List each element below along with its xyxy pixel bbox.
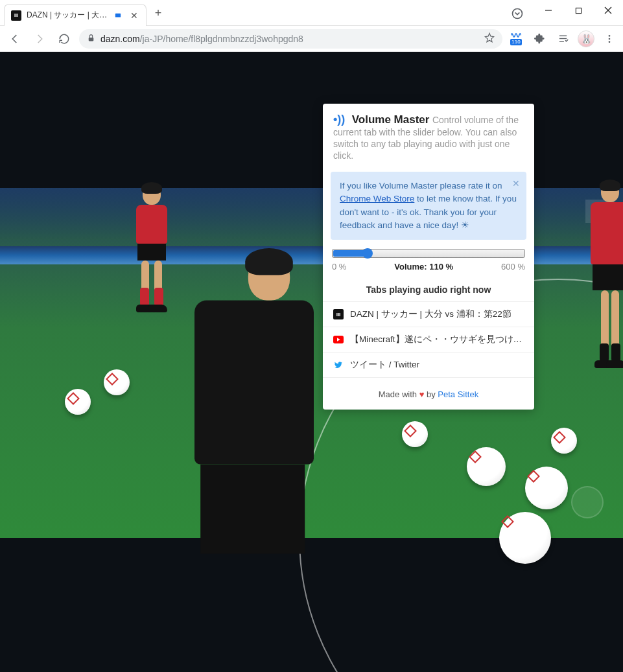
volume-slider[interactable] xyxy=(332,249,525,258)
popup-footer: Made with ♥ by Peta Sittek xyxy=(323,389,534,399)
jleague-watermark-icon xyxy=(571,486,604,518)
maximize-button[interactable] xyxy=(563,0,593,21)
close-notice-icon[interactable]: ✕ xyxy=(512,177,520,191)
rate-notice: ✕ If you like Volume Master please rate … xyxy=(331,172,526,240)
svg-point-1 xyxy=(513,9,523,19)
slider-thumb[interactable] xyxy=(362,248,373,259)
extensions-button[interactable] xyxy=(531,30,548,47)
audio-tab-label: 【Minecraft】遂にペ・・ウサギを見つけ… xyxy=(350,334,522,345)
forward-button[interactable] xyxy=(30,29,49,49)
twitter-icon xyxy=(333,360,344,370)
extension-row: 110 🐰 xyxy=(508,30,618,47)
lock-icon[interactable] xyxy=(87,34,95,44)
url-text: dazn.com/ja-JP/home/fl8plgdnmbnzzdj3wohp… xyxy=(100,34,479,44)
audio-tab-item[interactable]: 【Minecraft】遂にペ・・ウサギを見つけ… xyxy=(323,327,534,352)
popup-title: Volume Master xyxy=(352,113,430,126)
audio-tab-item[interactable]: ツイート / Twitter xyxy=(323,352,534,378)
slider-min-label: 0 % xyxy=(332,262,346,272)
svg-point-11 xyxy=(609,38,611,40)
close-window-button[interactable] xyxy=(593,0,623,21)
volume-master-extension-icon[interactable]: 110 xyxy=(508,30,524,47)
volume-value-label: Volume: 110 % xyxy=(394,262,453,272)
bookmark-star-icon[interactable] xyxy=(484,32,495,45)
window-controls xyxy=(508,0,623,23)
tab-title: DAZN | サッカー | 大分 vs 浦和 xyxy=(27,10,110,21)
reading-list-icon[interactable] xyxy=(554,30,571,47)
tab-strip: III DAZN | サッカー | 大分 vs 浦和 ✕ + xyxy=(0,0,167,26)
close-tab-icon[interactable]: ✕ xyxy=(129,10,139,21)
speaker-icon[interactable] xyxy=(115,12,124,19)
volume-master-icon: •)) xyxy=(333,113,345,126)
youtube-icon xyxy=(333,334,344,345)
minimize-button[interactable] xyxy=(534,0,563,21)
svg-rect-0 xyxy=(115,13,121,17)
reload-button[interactable] xyxy=(54,29,74,49)
dazn-icon: III xyxy=(333,309,344,319)
dazn-favicon-icon: III xyxy=(11,10,21,21)
tabs-heading: Tabs playing audio right now xyxy=(323,284,534,295)
volume-badge: 110 xyxy=(510,39,521,45)
volume-master-popup: •)) Volume Master Control volume of the … xyxy=(323,104,534,410)
profile-avatar[interactable]: 🐰 xyxy=(578,30,594,47)
address-bar[interactable]: dazn.com/ja-JP/home/fl8plgdnmbnzzdj3wohp… xyxy=(79,29,502,49)
window-titlebar: III DAZN | サッカー | 大分 vs 浦和 ✕ + xyxy=(0,0,623,26)
svg-point-10 xyxy=(609,35,611,37)
toolbar: dazn.com/ja-JP/home/fl8plgdnmbnzzdj3wohp… xyxy=(0,26,623,52)
audio-tab-label: DAZN | サッカー | 大分 vs 浦和：第22節 xyxy=(350,308,511,320)
back-button[interactable] xyxy=(5,29,25,49)
page-content: DAZN xyxy=(0,52,623,672)
slider-max-label: 600 % xyxy=(501,262,525,272)
audio-tab-item[interactable]: III DAZN | サッカー | 大分 vs 浦和：第22節 xyxy=(323,301,534,327)
svg-point-12 xyxy=(609,41,611,43)
author-link[interactable]: Peta Sittek xyxy=(438,389,478,399)
browser-tab[interactable]: III DAZN | サッカー | 大分 vs 浦和 ✕ xyxy=(4,4,147,26)
svg-rect-6 xyxy=(89,37,94,40)
chrome-web-store-link[interactable]: Chrome Web Store xyxy=(340,194,414,203)
menu-button[interactable] xyxy=(601,30,618,47)
new-tab-button[interactable]: + xyxy=(149,4,167,22)
rate-text-pre: If you like Volume Master please rate it… xyxy=(340,181,502,191)
user-dropdown-icon[interactable] xyxy=(508,4,527,23)
svg-rect-3 xyxy=(576,8,581,13)
audio-tab-label: ツイート / Twitter xyxy=(350,359,419,371)
